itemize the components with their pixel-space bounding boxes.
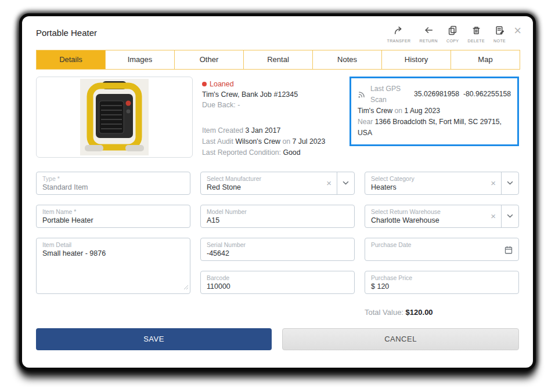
purchase-price-label: Purchase Price [371,274,513,282]
barcode-value: 110000 [207,282,348,291]
gps-date: 1 Aug 2023 [404,107,440,115]
total-value: $120.00 [406,308,433,317]
status-job: Tim's Crew, Bank Job #12345 [202,89,340,100]
audit-label: Last Audit [202,137,233,146]
due-back-label: Due Back: [202,101,236,109]
delete-button[interactable]: DELETE [467,26,485,43]
manufacturer-select[interactable]: Select Manufacturer Red Stone × [200,172,355,195]
cancel-button[interactable]: CANCEL [282,328,519,350]
chevron-down-icon[interactable] [502,180,518,186]
item-detail-value: Small heater - 9876 [42,249,184,258]
return-icon [424,26,434,38]
total-value-line: Total Value: $120.00 [365,304,519,317]
gps-near-line: Near 1366 Broadcloth St, Fort Mill, SC 2… [358,117,511,139]
copy-label: COPY [446,39,459,43]
model-number-field[interactable]: Model Number A15 [200,205,355,228]
barcode-field[interactable]: Barcode 110000 [200,271,355,294]
tab-notes[interactable]: Notes [312,50,382,70]
item-detail-field[interactable]: Item Detail Small heater - 9876 [36,238,190,294]
created-label: Item Created [202,126,243,135]
last-audit-line: Last Audit Wilson's Crew on 7 Jul 2023 [202,136,340,147]
close-icon[interactable]: × [514,26,521,36]
resize-handle[interactable] [183,282,189,292]
clear-icon[interactable]: × [485,178,501,188]
due-back-line: Due Back: - [202,100,340,110]
item-detail-label: Item Detail [42,241,184,249]
gps-lng: -80.962255158 [463,89,511,100]
type-value: Standard Item [42,183,184,192]
gps-crew-line: Tim's Crew on 1 Aug 2023 [358,106,511,117]
save-button[interactable]: SAVE [36,328,272,350]
purchase-price-field[interactable]: Purchase Price $ 120 [365,271,519,294]
delete-icon [471,26,481,38]
heater-image [80,79,149,155]
model-number-value: A15 [207,216,348,225]
item-form: Type * Standard Item Select Manufacturer… [36,172,519,317]
gps-near-label: Near [358,118,373,126]
condition-line: Last Reported Condition: Good [202,147,340,158]
barcode-label: Barcode [207,274,348,282]
tab-map[interactable]: Map [451,50,520,70]
purchase-date-label: Purchase Date [371,241,513,249]
status-badge: Loaned [202,79,340,89]
return-warehouse-select[interactable]: Select Return Warehouse Charlotte Wareho… [365,205,519,228]
note-button[interactable]: NOTE [493,26,506,43]
serial-number-field[interactable]: Serial Number -45642 [200,238,355,261]
serial-number-value: -45642 [207,249,348,258]
clear-icon[interactable]: × [321,178,337,188]
serial-number-label: Serial Number [207,241,348,249]
gps-address: 1366 Broadcloth St, Fort Mill, SC 29715,… [358,118,502,137]
audit-on: on [282,137,290,146]
copy-icon [448,26,457,38]
page-title: Portable Heater [36,26,387,38]
tab-images[interactable]: Images [105,50,175,70]
return-button[interactable]: RETURN [419,26,438,43]
status-state: Loaned [210,80,234,88]
category-value: Heaters [371,183,485,192]
condition-label: Last Reported Condition: [202,148,281,157]
transfer-label: TRANSFER [387,39,410,43]
meta-block: Item Created 3 Jan 2017 Last Audit Wilso… [202,125,340,158]
tab-history[interactable]: History [381,50,451,70]
note-label: NOTE [493,39,506,43]
tab-rental[interactable]: Rental [243,50,313,70]
created-value: 3 Jan 2017 [246,126,281,135]
calendar-icon[interactable] [504,245,513,257]
return-label: RETURN [419,39,438,43]
tab-bar: Details Images Other Rental Notes Histor… [36,50,520,70]
item-created-line: Item Created 3 Jan 2017 [202,125,340,136]
item-name-field[interactable]: Item Name * Portable Heater [36,205,190,228]
item-photo[interactable] [36,77,193,158]
purchase-date-field[interactable]: Purchase Date [365,238,519,261]
due-back-value: - [237,101,240,109]
note-icon [495,26,504,38]
category-select[interactable]: Select Category Heaters × [365,172,519,195]
copy-button[interactable]: COPY [446,26,459,43]
delete-label: DELETE [467,39,485,43]
manufacturer-value: Red Stone [207,183,321,192]
total-value-label: Total Value: [365,308,403,317]
category-label: Select Category [371,175,485,183]
type-field[interactable]: Type * Standard Item [36,172,190,195]
manufacturer-label: Select Manufacturer [207,175,321,183]
purchase-price-value: $ 120 [371,282,513,291]
gps-scan-line: Last GPS Scan 35.026981958 -80.962255158 [358,84,511,106]
status-column: Loaned Tim's Crew, Bank Job #12345 Due B… [202,77,340,159]
item-details-modal: Portable Heater TRANSFER RETURN COPY [22,16,533,368]
details-panel: Loaned Tim's Crew, Bank Job #12345 Due B… [22,70,533,350]
clear-icon[interactable]: × [485,211,501,221]
return-warehouse-value: Charlotte Warehouse [371,216,485,225]
tab-details[interactable]: Details [36,50,106,70]
return-warehouse-label: Select Return Warehouse [371,208,485,216]
gps-lat: 35.026981958 [414,89,459,100]
gps-scan-box: Last GPS Scan 35.026981958 -80.962255158… [349,77,519,146]
chevron-down-icon[interactable] [502,213,518,219]
item-name-value: Portable Heater [42,216,184,225]
gps-crew: Tim's Crew [358,107,392,115]
modal-header: Portable Heater TRANSFER RETURN COPY [22,16,533,48]
chevron-down-icon[interactable] [337,180,354,186]
item-name-label: Item Name * [42,208,184,216]
transfer-button[interactable]: TRANSFER [387,26,410,43]
model-number-label: Model Number [207,208,348,216]
tab-other[interactable]: Other [174,50,244,70]
